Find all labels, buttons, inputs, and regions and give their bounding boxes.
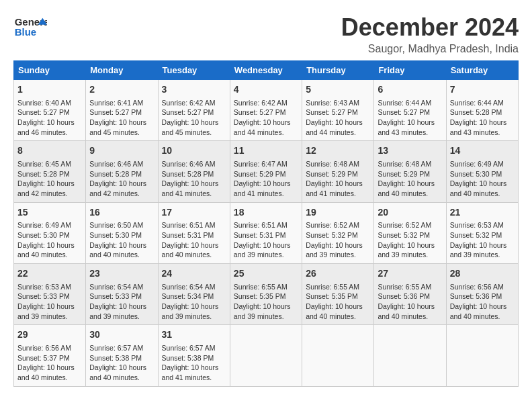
title-area: December 2024 Saugor, Madhya Pradesh, In… [341, 13, 519, 55]
day-info: Sunrise: 6:45 AM Sunset: 5:28 PM Dayligh… [17, 159, 82, 199]
day-info: Sunrise: 6:42 AM Sunset: 5:27 PM Dayligh… [162, 98, 226, 138]
calendar-cell: 10Sunrise: 6:46 AM Sunset: 5:28 PM Dayli… [158, 141, 230, 202]
calendar-cell: 28Sunrise: 6:56 AM Sunset: 5:36 PM Dayli… [446, 264, 518, 325]
calendar-cell: 25Sunrise: 6:55 AM Sunset: 5:35 PM Dayli… [230, 264, 302, 325]
logo: General Blue [13, 13, 50, 40]
day-number: 19 [306, 206, 370, 220]
calendar-cell: 8Sunrise: 6:45 AM Sunset: 5:28 PM Daylig… [14, 141, 86, 202]
day-number: 26 [306, 267, 370, 281]
calendar-cell: 16Sunrise: 6:50 AM Sunset: 5:30 PM Dayli… [86, 202, 158, 263]
day-header-tuesday: Tuesday [158, 61, 230, 80]
calendar-table: SundayMondayTuesdayWednesdayThursdayFrid… [13, 60, 519, 387]
calendar-cell: 12Sunrise: 6:48 AM Sunset: 5:29 PM Dayli… [302, 141, 374, 202]
day-info: Sunrise: 6:46 AM Sunset: 5:28 PM Dayligh… [162, 159, 226, 199]
calendar-cell [374, 325, 446, 386]
calendar-cell: 18Sunrise: 6:51 AM Sunset: 5:31 PM Dayli… [230, 202, 302, 263]
calendar-cell: 30Sunrise: 6:57 AM Sunset: 5:38 PM Dayli… [86, 325, 158, 386]
day-info: Sunrise: 6:40 AM Sunset: 5:27 PM Dayligh… [17, 98, 82, 138]
day-info: Sunrise: 6:51 AM Sunset: 5:31 PM Dayligh… [234, 220, 298, 260]
day-info: Sunrise: 6:41 AM Sunset: 5:27 PM Dayligh… [89, 98, 154, 138]
calendar-cell: 24Sunrise: 6:54 AM Sunset: 5:34 PM Dayli… [158, 264, 230, 325]
day-header-wednesday: Wednesday [230, 61, 302, 80]
calendar-cell: 27Sunrise: 6:55 AM Sunset: 5:36 PM Dayli… [374, 264, 446, 325]
calendar-title: December 2024 [341, 13, 519, 42]
day-number: 12 [306, 144, 370, 158]
calendar-cell: 1Sunrise: 6:40 AM Sunset: 5:27 PM Daylig… [14, 80, 86, 141]
calendar-cell: 17Sunrise: 6:51 AM Sunset: 5:31 PM Dayli… [158, 202, 230, 263]
day-info: Sunrise: 6:48 AM Sunset: 5:29 PM Dayligh… [306, 159, 370, 199]
day-number: 28 [450, 267, 515, 281]
day-header-friday: Friday [374, 61, 446, 80]
calendar-week-4: 22Sunrise: 6:53 AM Sunset: 5:33 PM Dayli… [14, 264, 519, 325]
calendar-cell: 29Sunrise: 6:56 AM Sunset: 5:37 PM Dayli… [14, 325, 86, 386]
day-header-thursday: Thursday [302, 61, 374, 80]
day-info: Sunrise: 6:44 AM Sunset: 5:27 PM Dayligh… [378, 98, 442, 138]
calendar-cell: 9Sunrise: 6:46 AM Sunset: 5:28 PM Daylig… [86, 141, 158, 202]
calendar-cell [230, 325, 302, 386]
day-info: Sunrise: 6:46 AM Sunset: 5:28 PM Dayligh… [89, 159, 154, 199]
day-info: Sunrise: 6:56 AM Sunset: 5:36 PM Dayligh… [450, 282, 515, 322]
day-info: Sunrise: 6:50 AM Sunset: 5:30 PM Dayligh… [89, 220, 154, 260]
calendar-subtitle: Saugor, Madhya Pradesh, India [341, 43, 519, 55]
day-info: Sunrise: 6:49 AM Sunset: 5:30 PM Dayligh… [450, 159, 515, 199]
day-info: Sunrise: 6:52 AM Sunset: 5:32 PM Dayligh… [378, 220, 442, 260]
day-header-sunday: Sunday [14, 61, 86, 80]
calendar-cell: 26Sunrise: 6:55 AM Sunset: 5:35 PM Dayli… [302, 264, 374, 325]
day-number: 5 [306, 83, 370, 97]
day-number: 3 [162, 83, 226, 97]
day-number: 23 [89, 267, 154, 281]
day-info: Sunrise: 6:53 AM Sunset: 5:33 PM Dayligh… [17, 282, 82, 322]
day-info: Sunrise: 6:55 AM Sunset: 5:36 PM Dayligh… [378, 282, 442, 322]
day-number: 8 [17, 144, 82, 158]
calendar-cell: 6Sunrise: 6:44 AM Sunset: 5:27 PM Daylig… [374, 80, 446, 141]
calendar-cell: 31Sunrise: 6:57 AM Sunset: 5:38 PM Dayli… [158, 325, 230, 386]
day-number: 24 [162, 267, 226, 281]
logo-icon: General Blue [13, 13, 47, 40]
day-info: Sunrise: 6:43 AM Sunset: 5:27 PM Dayligh… [306, 98, 370, 138]
day-number: 17 [162, 206, 226, 220]
day-info: Sunrise: 6:54 AM Sunset: 5:34 PM Dayligh… [162, 282, 226, 322]
day-info: Sunrise: 6:51 AM Sunset: 5:31 PM Dayligh… [162, 220, 226, 260]
calendar-cell: 14Sunrise: 6:49 AM Sunset: 5:30 PM Dayli… [446, 141, 518, 202]
calendar-cell: 21Sunrise: 6:53 AM Sunset: 5:32 PM Dayli… [446, 202, 518, 263]
day-info: Sunrise: 6:52 AM Sunset: 5:32 PM Dayligh… [306, 220, 370, 260]
day-number: 27 [378, 267, 442, 281]
calendar-cell: 20Sunrise: 6:52 AM Sunset: 5:32 PM Dayli… [374, 202, 446, 263]
day-info: Sunrise: 6:57 AM Sunset: 5:38 PM Dayligh… [89, 343, 154, 383]
calendar-cell: 22Sunrise: 6:53 AM Sunset: 5:33 PM Dayli… [14, 264, 86, 325]
day-number: 20 [378, 206, 442, 220]
day-info: Sunrise: 6:53 AM Sunset: 5:32 PM Dayligh… [450, 220, 515, 260]
calendar-cell: 2Sunrise: 6:41 AM Sunset: 5:27 PM Daylig… [86, 80, 158, 141]
day-number: 18 [234, 206, 298, 220]
calendar-cell: 13Sunrise: 6:48 AM Sunset: 5:29 PM Dayli… [374, 141, 446, 202]
day-info: Sunrise: 6:54 AM Sunset: 5:33 PM Dayligh… [89, 282, 154, 322]
day-number: 29 [17, 328, 82, 342]
day-info: Sunrise: 6:49 AM Sunset: 5:30 PM Dayligh… [17, 220, 82, 260]
calendar-cell [446, 325, 518, 386]
calendar-cell: 7Sunrise: 6:44 AM Sunset: 5:28 PM Daylig… [446, 80, 518, 141]
day-info: Sunrise: 6:44 AM Sunset: 5:28 PM Dayligh… [450, 98, 515, 138]
day-number: 16 [89, 206, 154, 220]
calendar-cell: 15Sunrise: 6:49 AM Sunset: 5:30 PM Dayli… [14, 202, 86, 263]
day-number: 21 [450, 206, 515, 220]
day-info: Sunrise: 6:55 AM Sunset: 5:35 PM Dayligh… [234, 282, 298, 322]
day-number: 1 [17, 83, 82, 97]
day-info: Sunrise: 6:42 AM Sunset: 5:27 PM Dayligh… [234, 98, 298, 138]
day-number: 10 [162, 144, 226, 158]
calendar-week-3: 15Sunrise: 6:49 AM Sunset: 5:30 PM Dayli… [14, 202, 519, 263]
day-number: 15 [17, 206, 82, 220]
day-number: 11 [234, 144, 298, 158]
calendar-cell: 11Sunrise: 6:47 AM Sunset: 5:29 PM Dayli… [230, 141, 302, 202]
header: General Blue December 2024 Saugor, Madhy… [13, 13, 519, 55]
calendar-week-2: 8Sunrise: 6:45 AM Sunset: 5:28 PM Daylig… [14, 141, 519, 202]
day-info: Sunrise: 6:47 AM Sunset: 5:29 PM Dayligh… [234, 159, 298, 199]
day-header-saturday: Saturday [446, 61, 518, 80]
calendar-cell: 3Sunrise: 6:42 AM Sunset: 5:27 PM Daylig… [158, 80, 230, 141]
day-number: 9 [89, 144, 154, 158]
day-number: 31 [162, 328, 226, 342]
day-info: Sunrise: 6:56 AM Sunset: 5:37 PM Dayligh… [17, 343, 82, 383]
day-number: 14 [450, 144, 515, 158]
day-number: 13 [378, 144, 442, 158]
day-number: 2 [89, 83, 154, 97]
calendar-week-1: 1Sunrise: 6:40 AM Sunset: 5:27 PM Daylig… [14, 80, 519, 141]
